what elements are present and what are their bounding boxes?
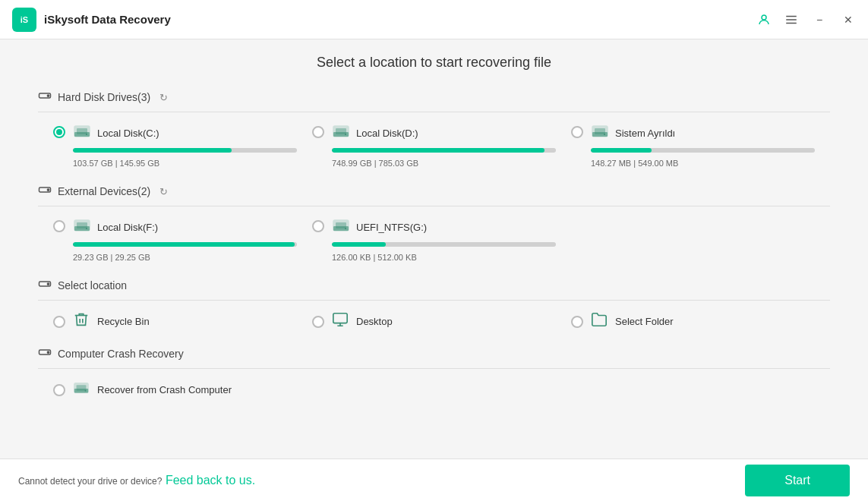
drive-size-d: 748.99 GB | 785.03 GB xyxy=(332,159,418,168)
location-section-icon xyxy=(38,277,52,294)
section-header-location: Select location xyxy=(38,277,830,301)
location-item-folder[interactable]: Select Folder xyxy=(571,311,815,332)
titlebar-right: − ✕ xyxy=(757,12,856,27)
location-item-crash[interactable]: Recover from Crash Computer xyxy=(53,380,297,400)
drive-radio-sistem[interactable] xyxy=(571,126,583,138)
drive-name-d: Local Disk(D:) xyxy=(356,128,418,139)
svg-rect-32 xyxy=(333,314,347,323)
drive-progress-fill-f xyxy=(73,242,295,247)
crash-section-title: Computer Crash Recovery xyxy=(58,348,184,360)
location-radio-desktop[interactable] xyxy=(312,316,324,328)
location-grid: Recycle Bin Desktop xyxy=(38,311,830,332)
drive-size-sistem: 148.27 MB | 549.00 MB xyxy=(591,159,678,168)
drive-item-sistem[interactable]: Sistem Ayrıldı 148.27 MB | 549.00 MB xyxy=(571,123,815,169)
recycle-bin-icon xyxy=(73,311,90,332)
notice-text: Cannot detect your drive or device? xyxy=(18,476,162,487)
minimize-button[interactable]: − xyxy=(812,12,827,27)
drive-progress-fill-c xyxy=(73,148,232,153)
drive-radio-d[interactable] xyxy=(312,126,324,138)
svg-point-21 xyxy=(47,189,49,191)
section-crash-recovery: Computer Crash Recovery Recover from Cra… xyxy=(38,345,830,400)
app-logo: iS xyxy=(12,8,36,32)
external-section-icon xyxy=(38,183,52,200)
bottom-bar: Cannot detect your drive or device? Feed… xyxy=(0,458,868,501)
crash-disk-icon xyxy=(73,380,90,400)
hdd-refresh-icon[interactable]: ↻ xyxy=(159,92,168,103)
svg-point-2 xyxy=(762,15,766,20)
svg-point-15 xyxy=(345,134,346,135)
location-item-desktop[interactable]: Desktop xyxy=(312,311,556,332)
drive-name-sistem: Sistem Ayrıldı xyxy=(615,128,675,139)
section-hard-disk: Hard Disk Drives(3) ↻ xyxy=(38,89,830,169)
drive-size-g: 126.00 KB | 512.00 KB xyxy=(332,253,417,262)
titlebar-left: iS iSkysoft Data Recovery xyxy=(12,8,171,32)
drive-radio-c[interactable] xyxy=(53,126,65,138)
drive-radio-f[interactable] xyxy=(53,220,65,232)
drive-info-sistem: Sistem Ayrıldı 148.27 MB | 549.00 MB xyxy=(591,123,815,169)
svg-point-29 xyxy=(345,228,346,229)
svg-point-11 xyxy=(86,134,87,135)
desktop-icon xyxy=(332,311,349,332)
location-item-recycle[interactable]: Recycle Bin xyxy=(53,311,297,332)
drive-item-d[interactable]: Local Disk(D:) 748.99 GB | 785.03 GB xyxy=(312,123,556,169)
svg-text:iS: iS xyxy=(21,14,28,24)
drive-info-f: Local Disk(F:) 29.23 GB | 29.25 GB xyxy=(73,217,297,263)
menu-icon[interactable] xyxy=(784,13,798,27)
crash-grid: Recover from Crash Computer xyxy=(38,380,830,400)
drive-info-d: Local Disk(D:) 748.99 GB | 785.03 GB xyxy=(332,123,556,169)
location-name-recycle: Recycle Bin xyxy=(97,316,150,327)
section-header-external: External Devices(2) ↻ xyxy=(38,183,830,206)
location-name-desktop: Desktop xyxy=(356,316,393,327)
drive-info-c: Local Disk(C:) 103.57 GB | 145.95 GB xyxy=(73,123,297,169)
crash-section-icon xyxy=(38,345,52,362)
svg-point-7 xyxy=(47,95,49,96)
location-radio-folder[interactable] xyxy=(571,316,583,328)
svg-point-19 xyxy=(604,134,605,135)
location-section-title: Select location xyxy=(58,279,127,291)
drive-progress-bg-c xyxy=(73,148,297,153)
drive-name-f: Local Disk(F:) xyxy=(97,222,158,233)
svg-point-31 xyxy=(47,283,49,285)
close-button[interactable]: ✕ xyxy=(841,12,856,27)
external-drive-grid: Local Disk(F:) 29.23 GB | 29.25 GB xyxy=(38,217,830,263)
external-refresh-icon[interactable]: ↻ xyxy=(159,186,168,197)
main-content: Select a location to start recovering fi… xyxy=(0,39,868,458)
drive-progress-fill-sistem xyxy=(591,148,652,153)
drive-radio-g[interactable] xyxy=(312,220,324,232)
drive-progress-fill-g xyxy=(332,242,386,247)
drive-item-g[interactable]: UEFI_NTFS(G:) 126.00 KB | 512.00 KB xyxy=(312,217,556,263)
drive-icon-f xyxy=(73,217,91,238)
drive-progress-bg-d xyxy=(332,148,556,153)
section-external: External Devices(2) ↻ xyxy=(38,183,830,263)
drive-size-f: 29.23 GB | 29.25 GB xyxy=(73,253,150,262)
location-radio-recycle[interactable] xyxy=(53,316,65,328)
drive-name-c: Local Disk(C:) xyxy=(97,128,159,139)
crash-recovery-name: Recover from Crash Computer xyxy=(97,384,232,395)
svg-point-25 xyxy=(86,228,87,229)
drive-icon-c xyxy=(73,123,91,143)
section-select-location: Select location Recycle Bin xyxy=(38,277,830,332)
drive-icon-g xyxy=(332,217,350,238)
location-name-folder: Select Folder xyxy=(615,316,674,327)
drive-icon-sistem xyxy=(591,123,609,143)
location-radio-crash[interactable] xyxy=(53,384,65,396)
drive-progress-fill-d xyxy=(332,148,544,153)
drive-icon-d xyxy=(332,123,350,143)
start-button[interactable]: Start xyxy=(745,465,850,496)
app-title: iSkysoft Data Recovery xyxy=(44,13,171,26)
drive-item-c[interactable]: Local Disk(C:) 103.57 GB | 145.95 GB xyxy=(53,123,297,169)
feedback-link[interactable]: Feed back to us. xyxy=(166,474,255,487)
drive-progress-bg-f xyxy=(73,242,297,247)
user-icon[interactable] xyxy=(757,13,771,27)
drive-info-g: UEFI_NTFS(G:) 126.00 KB | 512.00 KB xyxy=(332,217,556,263)
svg-point-34 xyxy=(47,351,49,353)
section-header-crash: Computer Crash Recovery xyxy=(38,345,830,369)
folder-icon xyxy=(591,311,608,332)
page-heading: Select a location to start recovering fi… xyxy=(38,55,830,71)
drive-item-f[interactable]: Local Disk(F:) 29.23 GB | 29.25 GB xyxy=(53,217,297,263)
titlebar: iS iSkysoft Data Recovery − ✕ xyxy=(0,0,868,39)
hdd-drive-grid: Local Disk(C:) 103.57 GB | 145.95 GB xyxy=(38,123,830,169)
drive-progress-bg-sistem xyxy=(591,148,815,153)
drive-progress-bg-g xyxy=(332,242,556,247)
section-header-hdd: Hard Disk Drives(3) ↻ xyxy=(38,89,830,112)
